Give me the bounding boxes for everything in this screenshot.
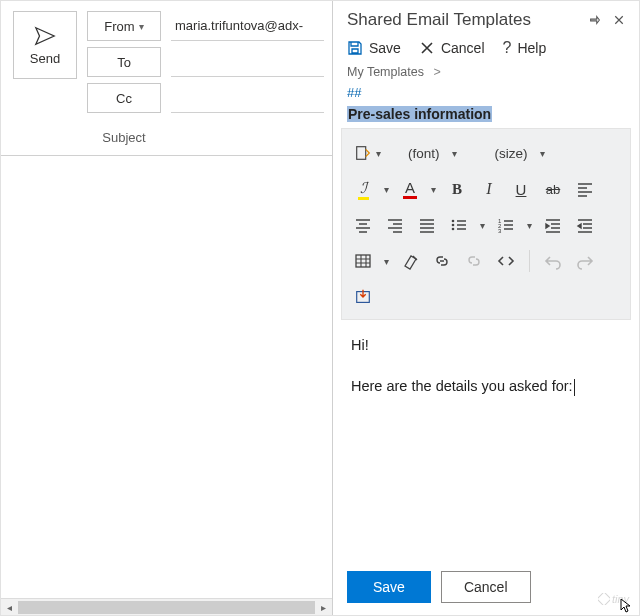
breadcrumb-root: My Templates xyxy=(347,65,424,79)
editor-body[interactable]: Hi! Here are the details you asked for: xyxy=(341,320,631,563)
pane-title: Shared Email Templates xyxy=(347,10,583,30)
strikethrough-button[interactable]: ab xyxy=(538,174,568,204)
insert-into-email-button[interactable] xyxy=(348,282,378,312)
save-command-label: Save xyxy=(369,40,401,56)
size-select[interactable]: (size) xyxy=(489,146,534,161)
pin-icon[interactable] xyxy=(583,8,607,32)
breadcrumb-sep: > xyxy=(433,65,440,79)
chevron-down-icon[interactable]: ▾ xyxy=(448,148,461,159)
font-color-icon: A xyxy=(403,179,417,199)
cc-field[interactable] xyxy=(171,83,324,113)
undo-button xyxy=(538,246,568,276)
scroll-right-arrow[interactable]: ▸ xyxy=(315,600,332,615)
send-label: Send xyxy=(30,51,60,66)
number-list-button[interactable]: 123 xyxy=(491,210,521,240)
macro-icon xyxy=(354,144,372,162)
cancel-command[interactable]: Cancel xyxy=(419,40,485,56)
code-button[interactable] xyxy=(491,246,521,276)
send-button[interactable]: Send xyxy=(13,11,77,79)
help-icon: ? xyxy=(503,39,512,57)
align-left-button[interactable] xyxy=(570,174,600,204)
svg-point-1 xyxy=(452,220,455,223)
editor-toolbar: ▾ (font) ▾ (size) ▾ ℐ ▾ A ▾ B I U ab xyxy=(341,128,631,320)
chevron-down-icon[interactable]: ▾ xyxy=(380,256,393,267)
from-button[interactable]: From ▾ xyxy=(87,11,161,41)
svg-rect-9 xyxy=(598,593,610,605)
align-justify-button[interactable] xyxy=(412,210,442,240)
save-icon xyxy=(347,40,363,56)
pane-header: Shared Email Templates xyxy=(333,1,639,35)
chevron-down-icon[interactable]: ▾ xyxy=(427,184,440,195)
unlink-button xyxy=(459,246,489,276)
svg-text:3: 3 xyxy=(498,228,502,234)
chevron-down-icon: ▾ xyxy=(372,148,385,159)
font-select[interactable]: (font) xyxy=(402,146,446,161)
cancel-button[interactable]: Cancel xyxy=(441,571,531,603)
align-right-button[interactable] xyxy=(380,210,410,240)
highlight-icon: ℐ xyxy=(358,179,369,200)
shortcut-field[interactable]: ## xyxy=(333,85,639,106)
italic-button[interactable]: I xyxy=(474,174,504,204)
cancel-command-label: Cancel xyxy=(441,40,485,56)
svg-rect-7 xyxy=(356,255,370,267)
help-command[interactable]: ? Help xyxy=(503,39,547,57)
font-color-button[interactable]: A xyxy=(395,174,425,204)
compose-pane: Send From ▾ To Cc maria.trifuntova@adx- xyxy=(1,1,332,615)
svg-point-2 xyxy=(452,224,455,227)
scroll-track[interactable] xyxy=(18,600,315,615)
footer: Save Cancel tiny xyxy=(333,563,639,615)
compose-body[interactable] xyxy=(1,155,332,598)
link-button[interactable] xyxy=(427,246,457,276)
help-command-label: Help xyxy=(517,40,546,56)
from-label: From xyxy=(104,19,134,34)
templates-pane: Shared Email Templates Save Cancel ? Hel… xyxy=(332,1,639,615)
body-line-2: Here are the details you asked for: xyxy=(351,375,621,398)
cc-button[interactable]: Cc xyxy=(87,83,161,113)
text-caret xyxy=(574,379,575,396)
indent-button[interactable] xyxy=(538,210,568,240)
bold-button[interactable]: B xyxy=(442,174,472,204)
cc-label: Cc xyxy=(116,91,132,106)
to-button[interactable]: To xyxy=(87,47,161,77)
breadcrumb[interactable]: My Templates > xyxy=(333,65,639,85)
svg-point-3 xyxy=(452,228,455,231)
macro-menu[interactable]: ▾ xyxy=(348,138,400,168)
underline-button[interactable]: U xyxy=(506,174,536,204)
table-button[interactable] xyxy=(348,246,378,276)
save-button[interactable]: Save xyxy=(347,571,431,603)
chevron-down-icon[interactable]: ▾ xyxy=(536,148,549,159)
subject-row: Subject xyxy=(1,123,332,151)
compose-header: Send From ▾ To Cc maria.trifuntova@adx- xyxy=(1,1,332,113)
command-bar: Save Cancel ? Help xyxy=(333,35,639,65)
chevron-down-icon: ▾ xyxy=(139,21,144,32)
template-name-wrap: Pre-sales information xyxy=(333,106,639,128)
close-icon[interactable] xyxy=(607,8,631,32)
bullet-list-button[interactable] xyxy=(444,210,474,240)
chevron-down-icon[interactable]: ▾ xyxy=(523,220,536,231)
horizontal-scrollbar[interactable]: ◂ ▸ xyxy=(1,598,332,615)
cancel-icon xyxy=(419,40,435,56)
to-field[interactable] xyxy=(171,47,324,77)
app-root: Send From ▾ To Cc maria.trifuntova@adx- xyxy=(0,0,640,616)
subject-label: Subject xyxy=(87,130,161,145)
scroll-left-arrow[interactable]: ◂ xyxy=(1,600,18,615)
from-field[interactable]: maria.trifuntova@adx- xyxy=(171,11,324,41)
chevron-down-icon[interactable]: ▾ xyxy=(380,184,393,195)
align-center-button[interactable] xyxy=(348,210,378,240)
scroll-thumb[interactable] xyxy=(18,601,315,614)
mouse-cursor-icon xyxy=(619,597,635,613)
redo-button xyxy=(570,246,600,276)
save-command[interactable]: Save xyxy=(347,40,401,56)
insert-icon xyxy=(354,288,372,306)
highlight-color-button[interactable]: ℐ xyxy=(348,174,378,204)
send-icon xyxy=(34,25,56,47)
to-label: To xyxy=(117,55,131,70)
tiny-logo-icon xyxy=(598,593,610,605)
body-line-1: Hi! xyxy=(351,334,621,357)
template-name-field[interactable]: Pre-sales information xyxy=(347,106,492,122)
svg-rect-0 xyxy=(357,147,366,160)
outdent-button[interactable] xyxy=(570,210,600,240)
clear-format-button[interactable] xyxy=(395,246,425,276)
chevron-down-icon[interactable]: ▾ xyxy=(476,220,489,231)
separator xyxy=(529,250,530,272)
